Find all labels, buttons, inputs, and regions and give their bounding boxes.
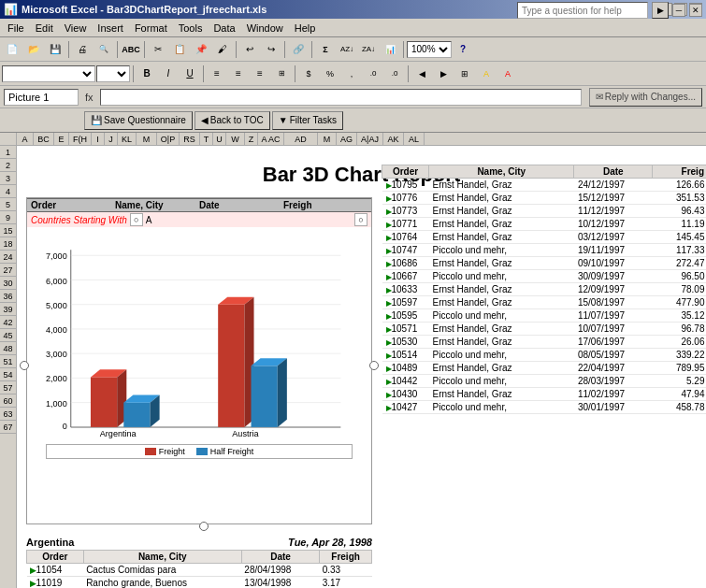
paste-button[interactable]: 📌	[191, 39, 211, 60]
sep3	[144, 41, 145, 58]
col-KL[interactable]: KL	[118, 133, 137, 145]
merge-cells[interactable]: ⊞	[271, 64, 292, 84]
new-button[interactable]: 📄	[2, 39, 22, 60]
col-AK[interactable]: AK	[383, 133, 404, 145]
font-size-combo[interactable]	[96, 65, 130, 82]
help-button[interactable]: ?	[453, 39, 473, 60]
filter-tasks-button[interactable]: ▼ Filter Tasks	[272, 111, 343, 130]
decrease-indent[interactable]: ◀	[411, 64, 432, 84]
menu-edit[interactable]: Edit	[30, 21, 59, 36]
resize-handle-middle-left[interactable]	[20, 361, 29, 370]
menu-window[interactable]: Window	[241, 21, 289, 36]
fill-color[interactable]: A	[476, 64, 497, 84]
rt-arrow-0: ▶	[386, 181, 392, 190]
row-60: 60	[0, 394, 16, 408]
chart-wizard[interactable]: 📊	[380, 39, 400, 60]
percent-button[interactable]: %	[320, 64, 340, 84]
row-45: 45	[0, 329, 16, 342]
decrease-decimal[interactable]: .0	[384, 64, 405, 84]
col-U[interactable]: U	[213, 133, 226, 145]
row-67: 67	[0, 421, 16, 434]
autosum-button[interactable]: Σ	[315, 39, 336, 60]
rt-arrow-3: ▶	[386, 221, 392, 229]
menu-view[interactable]: View	[59, 21, 93, 36]
format-painter[interactable]: 🖌	[212, 39, 233, 60]
col-E[interactable]: E	[54, 133, 69, 145]
open-button[interactable]: 📂	[23, 39, 44, 60]
borders-button[interactable]: ⊞	[454, 64, 475, 84]
align-left[interactable]: ≡	[207, 64, 227, 84]
spreadsheet-area: 1 2 3 4 5 9 15 18 24 27 30 36 39 42 45 4…	[0, 146, 706, 588]
col-M[interactable]: M	[137, 133, 157, 145]
menu-data[interactable]: Data	[208, 21, 240, 36]
menu-help[interactable]: Help	[289, 21, 322, 36]
col-Z[interactable]: Z	[245, 133, 258, 145]
right-table-row-1: ▶10776 Ernst Handel, Graz 15/12/1997 351…	[382, 192, 707, 205]
col-FH[interactable]: F(H	[69, 133, 92, 145]
chart-legend: Freight Half Freight	[46, 444, 353, 459]
chart-area[interactable]: Order Name, City Date Freigh Countries S…	[26, 197, 372, 524]
right-table-row-5: ▶10747 Piccolo und mehr, 19/11/1997 117.…	[382, 244, 707, 257]
formula-input[interactable]	[100, 89, 582, 106]
align-right[interactable]: ≡	[250, 64, 270, 84]
col-M2[interactable]: M	[318, 133, 337, 145]
increase-decimal[interactable]: .0	[363, 64, 383, 84]
undo-button[interactable]: ↩	[239, 39, 260, 60]
col-A[interactable]: A	[17, 133, 34, 145]
col-I[interactable]: I	[92, 133, 105, 145]
col-AD[interactable]: AD	[284, 133, 318, 145]
rt-arrow-2: ▶	[386, 208, 392, 216]
bold-button[interactable]: B	[137, 64, 157, 84]
column-headers: A BC E F(H I J KL M O|P RS T U W Z A AC …	[0, 133, 706, 146]
col-W[interactable]: W	[226, 133, 245, 145]
menu-file[interactable]: File	[2, 21, 30, 36]
help-search-button[interactable]: ▶	[652, 2, 669, 19]
zoom-combo[interactable]: 100%	[407, 41, 452, 58]
redo-button[interactable]: ↪	[261, 39, 281, 60]
cell-reference-box[interactable]: Picture 1	[4, 89, 79, 106]
row-30: 30	[0, 277, 16, 290]
hyperlink-button[interactable]: 🔗	[288, 39, 309, 60]
row-48: 48	[0, 342, 16, 355]
menu-format[interactable]: Format	[129, 21, 173, 36]
increase-indent[interactable]: ▶	[433, 64, 454, 84]
italic-button[interactable]: I	[158, 64, 179, 84]
print-button[interactable]: 🖨	[72, 39, 93, 60]
back-to-toc-button[interactable]: ◀ Back to TOC	[195, 111, 270, 130]
save-button[interactable]: 💾	[45, 39, 65, 60]
right-table-row-14: ▶10489 Ernst Handel, Graz 22/04/1997 789…	[382, 362, 707, 375]
help-minimize[interactable]: ─	[672, 4, 685, 17]
resize-handle-middle-right[interactable]	[369, 361, 379, 370]
copy-button[interactable]: 📋	[169, 39, 190, 60]
right-table-row-8: ▶10633 Ernst Handel, Graz 12/09/1997 78.…	[382, 283, 707, 296]
resize-handle-bottom[interactable]	[199, 522, 209, 531]
col-T[interactable]: T	[200, 133, 213, 145]
excel-icon: 📊	[4, 3, 18, 16]
col-OP[interactable]: O|P	[157, 133, 180, 145]
save-questionnaire-button[interactable]: 💾 Save Questionnaire	[84, 111, 193, 130]
cut-button[interactable]: ✂	[148, 39, 168, 60]
col-BC[interactable]: BC	[34, 133, 54, 145]
sort-az-button[interactable]: AZ↓	[337, 39, 357, 60]
sort-za-button[interactable]: ZA↓	[358, 39, 379, 60]
reply-changes-button[interactable]: ✉ Reply with Changes...	[589, 88, 702, 107]
svg-text:5,000: 5,000	[46, 301, 67, 310]
menu-tools[interactable]: Tools	[173, 21, 209, 36]
font-name-combo[interactable]	[2, 65, 95, 82]
comma-button[interactable]: ,	[341, 64, 362, 84]
help-input[interactable]	[517, 2, 648, 19]
col-AIAJ[interactable]: A|AJ	[357, 133, 383, 145]
spell-button[interactable]: ABC	[121, 39, 141, 60]
col-RS[interactable]: RS	[180, 133, 200, 145]
preview-button[interactable]: 🔍	[94, 39, 114, 60]
col-AG[interactable]: AG	[337, 133, 357, 145]
help-close[interactable]: ✕	[689, 4, 702, 17]
align-center[interactable]: ≡	[228, 64, 249, 84]
underline-button[interactable]: U	[180, 64, 200, 84]
col-J[interactable]: J	[105, 133, 118, 145]
col-AL[interactable]: AL	[404, 133, 425, 145]
font-color[interactable]: A	[497, 64, 518, 84]
col-AAC[interactable]: A AC	[258, 133, 284, 145]
currency-button[interactable]: $	[298, 64, 319, 84]
menu-insert[interactable]: Insert	[92, 21, 129, 36]
